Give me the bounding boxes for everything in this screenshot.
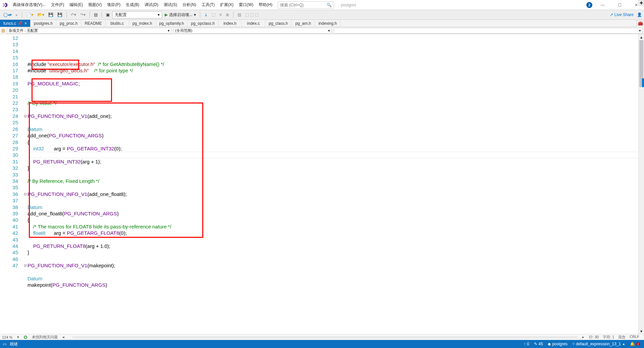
code-editor[interactable]: 1213141516171819202122232425262728293031… xyxy=(0,34,644,334)
output-icon[interactable]: ▭ xyxy=(3,342,6,346)
status-ready: 就绪 xyxy=(10,341,18,347)
save-all-button[interactable]: 💾 xyxy=(56,12,64,18)
tab-pg_class-h[interactable]: pg_class.h xyxy=(265,20,291,27)
pin-icon[interactable]: 📌 xyxy=(17,21,22,26)
menu-8[interactable]: 分析(N) xyxy=(180,1,199,9)
search-input[interactable] xyxy=(280,3,324,7)
tab-funcs-c[interactable]: funcs.c📌× xyxy=(0,20,31,27)
tab-index-h[interactable]: index.h xyxy=(218,20,242,27)
source-control-changes[interactable]: ✎45 xyxy=(534,342,543,346)
code-content[interactable]: #include "executor/executor.h" /* for Ge… xyxy=(28,34,638,334)
new-file-button[interactable]: 📄▾ xyxy=(25,12,35,18)
arrow-up-icon: ↑ xyxy=(524,342,526,346)
search-box[interactable]: 🔍 xyxy=(278,1,334,9)
branch-name[interactable]: ⑂default_expression_13_1▲ xyxy=(572,342,625,346)
tab-pg_opclass-h[interactable]: pg_opclass.h xyxy=(187,20,218,27)
menu-10[interactable]: 扩展(X) xyxy=(217,1,236,9)
source-control-outgoing[interactable]: ↑0 xyxy=(524,342,529,346)
live-share-label: Live Share xyxy=(614,12,634,17)
project-scope-dropdown[interactable]: 杂项文件 - 无配置▾ xyxy=(7,28,171,33)
member-dropdown[interactable]: ▾ xyxy=(334,28,643,33)
notifications-button[interactable]: 🔔2 xyxy=(630,342,640,346)
menu-12[interactable]: 帮助(H) xyxy=(256,1,275,9)
vs-logo-icon xyxy=(2,2,8,8)
menu-11[interactable]: 窗口(W) xyxy=(236,1,256,9)
symbol-scope-label: (全局范围) xyxy=(175,28,192,33)
menu-0[interactable]: 高级保存选项(V)... xyxy=(10,1,48,9)
menu-1[interactable]: 文件(F) xyxy=(48,1,67,9)
split-editor-button[interactable]: ✚ xyxy=(638,0,644,6)
properties-button[interactable]: ▤ xyxy=(93,12,99,18)
tab-pg_am-h[interactable]: pg_am.h xyxy=(291,20,315,27)
forward-button[interactable]: ▸ xyxy=(14,12,19,18)
h-scrollbar[interactable] xyxy=(72,336,577,338)
scroll-down-button[interactable]: ▾ xyxy=(639,328,644,334)
step-button-3[interactable]: ≡ xyxy=(218,12,223,18)
solution-name: postgres xyxy=(339,2,358,8)
open-file-button[interactable]: 📂▾ xyxy=(36,12,46,18)
live-share-icon: ↗ xyxy=(610,12,613,17)
branch-icon: ⑂ xyxy=(572,342,575,346)
menu-4[interactable]: 项目(P) xyxy=(104,1,123,9)
tab-indexing-h[interactable]: indexing.h xyxy=(315,20,340,27)
misc-file-icon: ▥ xyxy=(1,28,5,33)
no-issues-icon xyxy=(24,336,27,339)
line-ending[interactable]: CRLF xyxy=(630,335,639,340)
repository-name[interactable]: ◆postgres xyxy=(548,342,568,346)
minimize-button[interactable]: — xyxy=(596,0,609,10)
redo-button[interactable]: ↷▾ xyxy=(79,12,87,18)
menu-5[interactable]: 生成(B) xyxy=(123,1,142,9)
comment-button[interactable]: ▤ xyxy=(236,12,243,18)
config-dropdown[interactable]: 无配置▾ xyxy=(112,11,162,18)
symbol-scope-dropdown[interactable]: (全局范围)▾ xyxy=(173,28,332,33)
indentation-mode[interactable]: 混合 xyxy=(618,335,626,340)
save-button[interactable]: 💾 xyxy=(47,12,55,18)
step-button-2[interactable]: ⬚ xyxy=(210,12,217,18)
config-label: 无配置 xyxy=(115,12,127,18)
admin-icon[interactable]: 👤 xyxy=(637,12,642,17)
preview-button[interactable]: ▣ xyxy=(105,12,111,18)
caret-line: 行: 30 xyxy=(589,335,599,340)
step-button-4[interactable]: ≣ xyxy=(224,12,230,18)
scroll-up-button[interactable]: ▴ xyxy=(639,34,644,40)
start-debug-button[interactable]: ▶ 选择启动项... ▾ xyxy=(163,12,197,18)
scrollbar-change-marker xyxy=(642,78,644,87)
back-button[interactable]: ◯◂▾ xyxy=(2,12,13,18)
undo-button[interactable]: ↶▾ xyxy=(69,12,77,18)
tab-postgres-h[interactable]: postgres.h xyxy=(31,20,56,27)
uncomment-button[interactable]: ⬚ ⬚ ⬚ xyxy=(244,12,260,18)
menu-2[interactable]: 编辑(E) xyxy=(67,1,86,9)
tab-README[interactable]: README xyxy=(81,20,105,27)
menu-3[interactable]: 视图(V) xyxy=(86,1,104,9)
notification-count: 2 xyxy=(636,342,640,346)
document-tabs: funcs.c📌×postgres.hpg_proc.hREADMEblutil… xyxy=(0,20,644,27)
caret-col: 字符: 1 xyxy=(603,335,614,340)
menu-6[interactable]: 调试(D) xyxy=(142,1,161,9)
tab-pg_opfamily-h[interactable]: pg_opfamily.h xyxy=(156,20,188,27)
toolbox-button[interactable]: 🧰 xyxy=(637,20,644,27)
issues-text[interactable]: 未找到相关问题 xyxy=(32,335,58,340)
toolbar: ◯◂▾ ▸ 📄▾ 📂▾ 💾 💾 ↶▾ ↷▾ ▤ ▣ 无配置▾ ▶ 选择启动项..… xyxy=(0,10,644,20)
navigation-bar: ▥ 杂项文件 - 无配置▾ (全局范围)▾ ▾ ✚ xyxy=(0,27,644,34)
project-scope-label: 杂项文件 - 无配置 xyxy=(9,28,38,33)
maximize-button[interactable]: ☐ xyxy=(613,0,626,10)
tab-index-c[interactable]: index.c xyxy=(242,20,265,27)
tab-pg_index-h[interactable]: pg_index.h xyxy=(129,20,156,27)
bell-icon: 🔔 xyxy=(630,342,635,346)
tab-blutils-c[interactable]: blutils.c xyxy=(106,20,129,27)
notification-badge[interactable]: 2 xyxy=(586,2,592,8)
editor-info-bar: 124 % ▾ 未找到相关问题 ◂ ▸ 行: 30 字符: 1 混合 CRLF xyxy=(0,334,644,340)
live-share-button[interactable]: ↗ Live Share xyxy=(610,12,634,17)
fold-column[interactable]: ⊟ ⊟ ⊟ xyxy=(23,34,28,334)
repo-icon: ◆ xyxy=(548,342,551,346)
play-icon: ▶ xyxy=(165,12,168,17)
menu-7[interactable]: 测试(S) xyxy=(161,1,180,9)
search-icon: 🔍 xyxy=(327,3,332,7)
start-label: 选择启动项... xyxy=(169,12,193,18)
zoom-level[interactable]: 124 % xyxy=(2,335,12,339)
tab-pg_proc-h[interactable]: pg_proc.h xyxy=(56,20,81,27)
step-button-1[interactable]: ⤓ xyxy=(203,12,209,18)
menu-9[interactable]: 工具(T) xyxy=(199,1,217,9)
status-bar: ▭ 就绪 ↑0 ✎45 ◆postgres ⑂default_expressio… xyxy=(0,340,644,348)
close-icon[interactable]: × xyxy=(24,21,27,26)
